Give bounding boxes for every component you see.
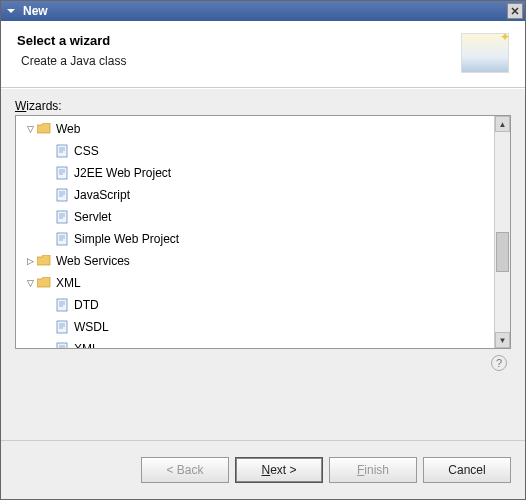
tree-item-label: Web Services — [56, 254, 130, 268]
scroll-thumb[interactable] — [496, 232, 509, 272]
cancel-button[interactable]: Cancel — [423, 457, 511, 483]
banner-title: Select a wizard — [17, 33, 461, 48]
tree-item[interactable]: XML — [16, 338, 494, 348]
tree-item[interactable]: ▽XML — [16, 272, 494, 294]
scroll-track[interactable] — [495, 132, 510, 332]
svg-rect-2 — [57, 189, 67, 201]
file-icon — [54, 297, 70, 313]
button-bar: < Back Next > Finish Cancel — [1, 440, 525, 499]
tree-item[interactable]: JavaScript — [16, 184, 494, 206]
svg-rect-0 — [57, 145, 67, 157]
tree-item-label: JavaScript — [74, 188, 130, 202]
cancel-button-label: Cancel — [448, 463, 485, 477]
content-area: Wizards: ▽WebCSSJ2EE Web ProjectJavaScri… — [1, 88, 525, 440]
scroll-down-button[interactable]: ▼ — [495, 332, 510, 348]
file-icon — [54, 341, 70, 348]
banner-text: Select a wizard Create a Java class — [17, 33, 461, 68]
svg-rect-6 — [57, 321, 67, 333]
file-icon — [54, 165, 70, 181]
back-button: < Back — [141, 457, 229, 483]
tree-item-label: Web — [56, 122, 80, 136]
titlebar[interactable]: New — [1, 1, 525, 21]
tree-item[interactable]: CSS — [16, 140, 494, 162]
wizard-tree-container: ▽WebCSSJ2EE Web ProjectJavaScriptServlet… — [15, 115, 511, 349]
banner-subtitle: Create a Java class — [21, 54, 461, 68]
tree-item[interactable]: J2EE Web Project — [16, 162, 494, 184]
file-icon — [54, 319, 70, 335]
tree-item-label: Servlet — [74, 210, 111, 224]
wizard-banner-icon — [461, 33, 509, 73]
back-button-label: < Back — [166, 463, 203, 477]
tree-item-label: WSDL — [74, 320, 109, 334]
tree-item-label: CSS — [74, 144, 99, 158]
vertical-scrollbar[interactable]: ▲ ▼ — [494, 116, 510, 348]
system-menu-icon[interactable] — [3, 3, 19, 19]
file-icon — [54, 143, 70, 159]
tree-item-label: J2EE Web Project — [74, 166, 171, 180]
twisty-expanded-icon[interactable]: ▽ — [24, 278, 36, 288]
tree-item-label: DTD — [74, 298, 99, 312]
tree-item-label: XML — [74, 342, 99, 348]
twisty-collapsed-icon[interactable]: ▷ — [24, 256, 36, 266]
file-icon — [54, 231, 70, 247]
window-title: New — [23, 4, 507, 18]
tree-item[interactable]: Servlet — [16, 206, 494, 228]
twisty-expanded-icon[interactable]: ▽ — [24, 124, 36, 134]
dialog-window: New Select a wizard Create a Java class … — [0, 0, 526, 500]
close-button[interactable] — [507, 3, 523, 19]
svg-rect-7 — [57, 343, 67, 348]
tree-item-label: XML — [56, 276, 81, 290]
next-button[interactable]: Next > — [235, 457, 323, 483]
file-icon — [54, 187, 70, 203]
folder-icon — [36, 253, 52, 269]
tree-item[interactable]: Simple Web Project — [16, 228, 494, 250]
scroll-up-button[interactable]: ▲ — [495, 116, 510, 132]
file-icon — [54, 209, 70, 225]
wizard-tree[interactable]: ▽WebCSSJ2EE Web ProjectJavaScriptServlet… — [16, 116, 494, 348]
banner: Select a wizard Create a Java class — [1, 21, 525, 88]
help-icon[interactable]: ? — [491, 355, 507, 371]
help-row: ? — [15, 349, 511, 375]
tree-item[interactable]: ▽Web — [16, 118, 494, 140]
svg-rect-5 — [57, 299, 67, 311]
svg-rect-3 — [57, 211, 67, 223]
svg-rect-4 — [57, 233, 67, 245]
finish-button: Finish — [329, 457, 417, 483]
folder-icon — [36, 121, 52, 137]
svg-rect-1 — [57, 167, 67, 179]
tree-item[interactable]: DTD — [16, 294, 494, 316]
tree-item[interactable]: ▷Web Services — [16, 250, 494, 272]
tree-item[interactable]: WSDL — [16, 316, 494, 338]
folder-icon — [36, 275, 52, 291]
wizards-label: Wizards: — [15, 99, 511, 113]
tree-item-label: Simple Web Project — [74, 232, 179, 246]
